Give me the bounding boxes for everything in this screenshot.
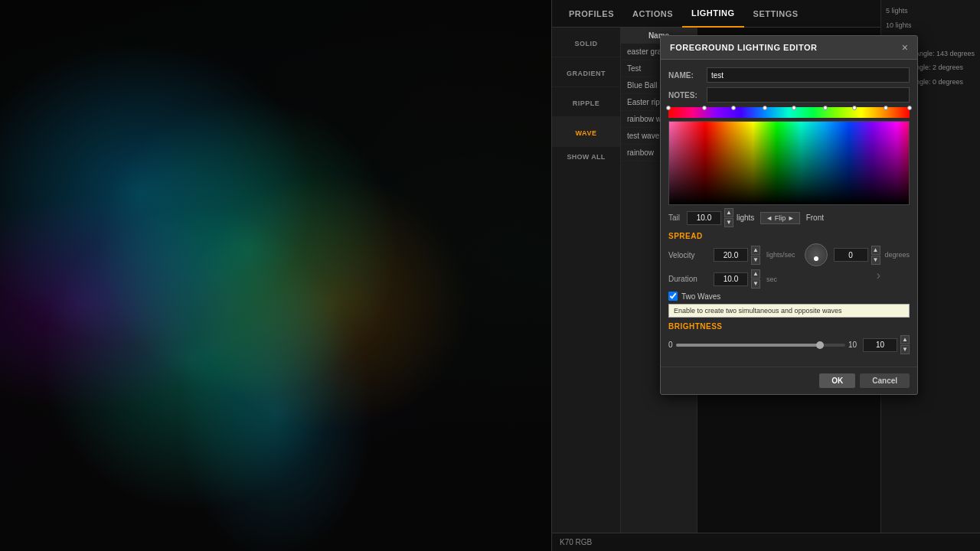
brightness-thumb[interactable] bbox=[816, 341, 824, 349]
status-text: K70 RGB bbox=[560, 538, 592, 546]
gradient-handle-0[interactable] bbox=[666, 106, 671, 110]
notes-row: NOTES: bbox=[668, 87, 910, 103]
brightness-fill bbox=[676, 344, 820, 347]
tail-unit: lights bbox=[737, 214, 754, 222]
two-waves-checkbox[interactable] bbox=[668, 292, 678, 301]
velocity-unit: lights/sec bbox=[766, 251, 795, 259]
modal-overlay: FOREGROUND LIGHTING EDITOR × NAME: NOTES… bbox=[697, 28, 880, 551]
duration-spin-down[interactable]: ▼ bbox=[751, 279, 760, 289]
brightness-slider-container bbox=[676, 344, 845, 347]
angle-picker[interactable] bbox=[805, 243, 828, 266]
show-all-button[interactable]: SHOW ALL bbox=[552, 147, 620, 167]
velocity-spin: ▲ ▼ bbox=[751, 246, 760, 265]
velocity-spin-up[interactable]: ▲ bbox=[751, 246, 760, 255]
tail-spin-buttons: ▲ ▼ bbox=[724, 208, 733, 227]
nav-settings[interactable]: SETTINGS bbox=[744, 0, 808, 28]
modal-footer: OK Cancel bbox=[661, 367, 917, 394]
two-waves-tooltip: Enable to create two simultaneous and op… bbox=[668, 304, 910, 318]
gradient-strip-container bbox=[668, 107, 910, 118]
spread-section-title: SPREAD bbox=[668, 232, 910, 240]
status-bar: K70 RGB bbox=[552, 533, 980, 551]
tail-spin-down[interactable]: ▼ bbox=[724, 218, 733, 227]
duration-label: Duration bbox=[668, 275, 710, 283]
sidebar-item-solid[interactable]: SOLID bbox=[552, 28, 620, 57]
angle-input[interactable] bbox=[834, 248, 868, 262]
nav-lighting[interactable]: LIGHTING bbox=[682, 0, 744, 28]
brightness-slider-wrapper: 0 10 ▲ ▼ bbox=[668, 335, 910, 354]
angle-dot bbox=[814, 256, 818, 261]
duration-unit: sec bbox=[766, 276, 777, 283]
angle-spin: ▲ ▼ bbox=[871, 246, 880, 265]
duration-row: Duration ▲ ▼ sec bbox=[668, 269, 910, 289]
duration-spin-up[interactable]: ▲ bbox=[751, 269, 760, 279]
notes-label: NOTES: bbox=[668, 91, 707, 99]
cancel-button[interactable]: Cancel bbox=[860, 373, 910, 388]
tail-control: Tail ▲ ▼ lights ◄ Flip ► Front bbox=[668, 208, 910, 227]
color-picker[interactable] bbox=[668, 121, 910, 205]
angle-spin-down[interactable]: ▼ bbox=[871, 256, 880, 265]
tail-spin-up[interactable]: ▲ bbox=[724, 208, 733, 217]
brightness-min: 0 bbox=[668, 341, 673, 349]
modal-close-button[interactable]: × bbox=[902, 42, 908, 53]
nav-actions[interactable]: ACTIONS bbox=[623, 0, 682, 28]
velocity-spin-down[interactable]: ▼ bbox=[751, 256, 760, 265]
keyboard-visual bbox=[0, 0, 551, 551]
gradient-handle-2[interactable] bbox=[731, 106, 736, 110]
sidebar-label-wave: WAVE bbox=[576, 129, 597, 137]
name-label: NAME: bbox=[668, 71, 707, 80]
brightness-track[interactable] bbox=[676, 344, 845, 347]
ok-button[interactable]: OK bbox=[819, 373, 855, 388]
angle-spin-up[interactable]: ▲ bbox=[871, 246, 880, 255]
notes-input[interactable] bbox=[707, 87, 910, 103]
gradient-handle-8[interactable] bbox=[907, 106, 912, 110]
velocity-row: Velocity ▲ ▼ lights/sec ▲ ▼ bbox=[668, 243, 910, 266]
modal-title: FOREGROUND LIGHTING EDITOR bbox=[670, 43, 817, 52]
tail-label: Tail bbox=[668, 214, 684, 222]
sidebar-item-gradient[interactable]: GRADIENT bbox=[552, 57, 620, 87]
two-waves-row: Two Waves bbox=[668, 292, 910, 301]
modal-header: FOREGROUND LIGHTING EDITOR × bbox=[661, 36, 917, 60]
sidebar-label-gradient: GRADIENT bbox=[567, 70, 606, 77]
info-item-0: 5 lights bbox=[886, 6, 975, 16]
flip-button[interactable]: ◄ Flip ► bbox=[760, 212, 799, 224]
front-label: Front bbox=[806, 214, 824, 222]
nav-profiles[interactable]: PROFILES bbox=[560, 0, 623, 28]
intensity-strip[interactable] bbox=[668, 107, 910, 118]
tail-value-input[interactable] bbox=[687, 211, 721, 225]
name-input[interactable] bbox=[707, 67, 910, 83]
brightness-spin-up[interactable]: ▲ bbox=[900, 335, 910, 344]
sidebar-label-solid: SOLID bbox=[574, 40, 597, 47]
brightness-spin-down[interactable]: ▼ bbox=[900, 345, 910, 354]
gradient-handle-5[interactable] bbox=[823, 106, 828, 110]
sidebar-item-wave[interactable]: WAVE bbox=[552, 117, 620, 147]
duration-input[interactable] bbox=[714, 272, 748, 286]
expand-arrow[interactable]: › bbox=[877, 269, 880, 282]
sidebar-item-ripple[interactable]: RIPPLE bbox=[552, 87, 620, 117]
effects-sidebar: SOLID GRADIENT RIPPLE WAVE SHOW ALL bbox=[552, 28, 621, 533]
gradient-handle-3[interactable] bbox=[763, 106, 767, 110]
gradient-handle-1[interactable] bbox=[702, 106, 707, 110]
brightness-max: 10 bbox=[848, 341, 857, 349]
modal-body: NAME: NOTES: bbox=[661, 60, 917, 367]
two-waves-label: Two Waves bbox=[681, 292, 720, 301]
brightness-section-title: BRIGHTNESS bbox=[668, 322, 910, 331]
brightness-input[interactable] bbox=[863, 338, 897, 352]
brightness-spin: ▲ ▼ bbox=[900, 335, 910, 354]
gradient-handle-6[interactable] bbox=[852, 106, 857, 110]
gradient-handle-7[interactable] bbox=[884, 106, 888, 110]
gradient-handle-4[interactable] bbox=[792, 106, 796, 110]
sidebar-label-ripple: RIPPLE bbox=[573, 99, 600, 107]
software-panel: PROFILES ACTIONS LIGHTING SETTINGS CORSA… bbox=[551, 0, 980, 551]
info-item-1: 10 lights bbox=[886, 21, 975, 31]
velocity-input[interactable] bbox=[714, 248, 748, 262]
velocity-label: Velocity bbox=[668, 251, 710, 259]
lighting-editor-modal: FOREGROUND LIGHTING EDITOR × NAME: NOTES… bbox=[660, 35, 918, 395]
duration-spin: ▲ ▼ bbox=[751, 269, 760, 289]
brightness-section: 0 10 ▲ ▼ bbox=[668, 335, 910, 354]
name-row: NAME: bbox=[668, 67, 910, 83]
angle-unit: degrees bbox=[885, 251, 910, 259]
